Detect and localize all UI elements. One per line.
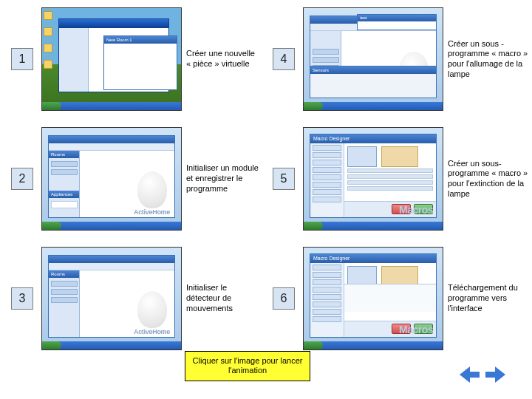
rooms-header: Rooms [49,270,79,278]
next-arrow[interactable] [483,366,505,383]
caption-1: Créer une nouvelle « pièce » virtuelle [183,49,265,69]
step-badge-4: 4 [273,48,295,70]
screenshot-3[interactable]: Rooms ActiveHome [41,247,182,350]
step-badge-2: 2 [11,168,33,190]
top-dialog-title: test [358,15,436,21]
step-badge-3: 3 [11,287,33,310]
rooms-header: Rooms [49,151,79,158]
app-window: Rooms Appliances ActiveHome [48,135,175,218]
caption-4: Créer un sous -programme « macro » pour … [445,39,532,80]
step-badge-6: 6 [273,287,295,310]
sensors-panel: Sensors [310,66,437,98]
screenshot-1[interactable]: New Room 1 [41,7,182,111]
caption-5: Créer un sous-programme « macro » pour l… [445,159,532,200]
screenshot-4[interactable]: ActiveHome test Sensors [303,7,443,111]
step-badge-1: 1 [11,48,33,70]
explorer-window: New Room 1 [58,18,169,92]
step-number: 5 [281,172,287,185]
step-number: 4 [281,52,287,66]
step-number: 1 [19,52,26,66]
macro-designer-title: Macro Designer [310,254,436,263]
new-room-dialog: New Room 1 [103,35,177,90]
animation-cta[interactable]: Cliquer sur l'image pour lancer l'animat… [185,351,310,382]
dialog-title: New Room 1 [104,36,177,44]
macro-designer-window: Macro Designer Macros [310,253,437,338]
step-number: 3 [19,292,26,305]
screenshot-2[interactable]: Rooms Appliances ActiveHome [41,127,182,231]
caption-6: Téléchargement du programme vers l'inter… [445,283,532,313]
cta-text: Cliquer sur l'image pour lancer l'animat… [193,356,303,375]
appliances-header: Appliances [49,191,79,198]
macro-designer-title: Macro Designer [310,134,436,143]
step-number: 2 [19,172,26,185]
watermark: ActiveHome [134,208,170,216]
sensors-title: Sensors [310,66,436,74]
top-dialog: test [357,14,437,30]
macro-designer-window: Macro Designer Macros [310,134,437,218]
macros-watermark: Macros [399,324,433,335]
caption-2: Initialiser un module et enregistrer le … [183,163,265,194]
macros-watermark: Macros [399,204,433,216]
lamp-icon [137,171,167,208]
nav-arrows [460,366,505,383]
step-badge-5: 5 [273,168,295,190]
screenshot-5[interactable]: Macro Designer Macros [303,127,443,231]
screenshot-6[interactable]: Macro Designer Macros [303,247,443,350]
start-button [42,102,61,110]
prev-arrow[interactable] [460,366,482,383]
step-number: 6 [281,292,287,305]
lamp-icon [137,291,167,328]
app-window: Rooms ActiveHome [48,255,175,338]
caption-3: Initialiser le détecteur de mouvements [183,283,265,313]
desktop-icons [44,11,54,69]
taskbar [42,102,181,110]
watermark: ActiveHome [134,328,170,335]
